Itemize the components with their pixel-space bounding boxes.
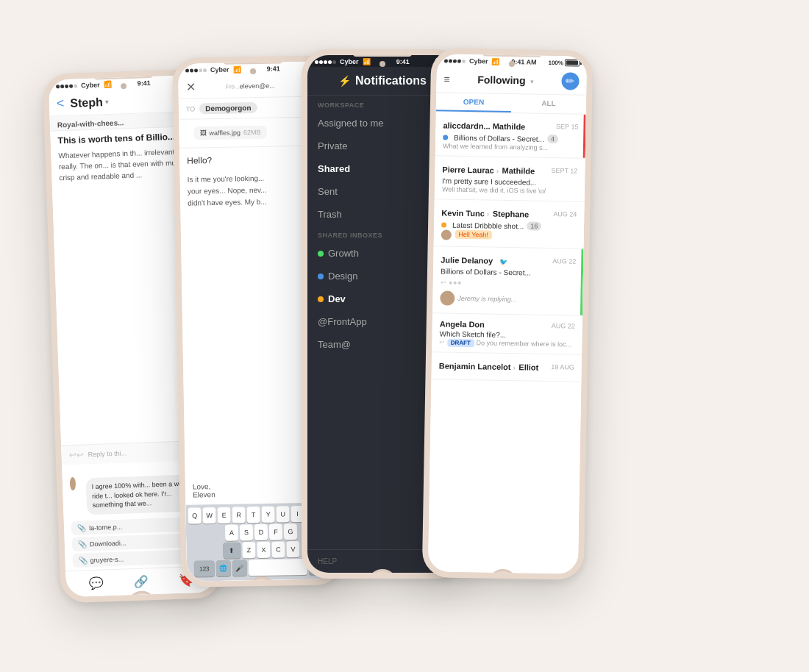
inbox-date: AUG 22	[552, 322, 575, 330]
arrow-icon: ›	[496, 167, 499, 175]
table-row[interactable]: Benjamin Lancelot › Elliot 19 AUG	[431, 352, 582, 382]
key-123[interactable]: 123	[194, 560, 215, 576]
wifi-icon: 📶	[363, 58, 371, 65]
key-u[interactable]: U	[276, 506, 289, 522]
signal-dot	[457, 59, 461, 62]
signal-dot	[56, 85, 60, 88]
close-button[interactable]: ✕	[185, 79, 195, 93]
phone2-time: 9:41	[267, 65, 280, 72]
key-a[interactable]: A	[225, 524, 238, 540]
twitter-icon: 🐦	[499, 258, 507, 265]
table-row[interactable]: Pierre Laurac › Mathilde SEPT 12 I'm pre…	[435, 156, 585, 202]
lightning-icon: ⚡	[338, 75, 351, 87]
phone4-carrier: Cyber	[469, 57, 488, 65]
key-y[interactable]: Y	[261, 507, 274, 523]
key-g[interactable]: G	[284, 523, 297, 540]
inbox-mention: Stephane	[493, 210, 530, 219]
row-top: Angela Don AUG 22	[440, 319, 575, 330]
avatar	[440, 290, 455, 305]
inbox-date: 19 AUG	[551, 363, 574, 371]
key-space[interactable]	[249, 559, 307, 576]
key-c[interactable]: C	[271, 541, 285, 557]
key-mic[interactable]: 🎤	[232, 560, 247, 576]
phone2-carrier: Cyber	[210, 66, 229, 74]
key-s[interactable]: S	[240, 524, 253, 540]
inbox-sender: aliccdardn...	[443, 121, 492, 130]
signal-dot	[194, 68, 198, 72]
row-top: Julie Delanoy 🐦 AUG 22	[441, 252, 576, 268]
table-row[interactable]: Julie Delanoy 🐦 AUG 22 Billions of Dolla…	[432, 246, 584, 316]
inbox-title-group: Following ▾	[477, 73, 534, 87]
key-r[interactable]: R	[232, 507, 245, 523]
tab-open[interactable]: OPEN	[436, 93, 511, 112]
unread-indicator	[441, 222, 446, 227]
wifi-icon: 📶	[103, 81, 111, 88]
typing-dot	[458, 282, 461, 285]
key-d[interactable]: D	[254, 524, 268, 540]
signal-dot	[453, 59, 457, 62]
phone1-signal: Cyber 📶	[56, 81, 112, 90]
comment-icon[interactable]: 💬	[88, 576, 104, 591]
typing-text: is replying...	[481, 295, 516, 303]
reply-icon: ↩	[439, 338, 445, 346]
phone3-speaker	[379, 61, 385, 67]
recipient-chip[interactable]: Demogorgon	[199, 102, 257, 114]
reply-icon: ↩↩	[68, 450, 83, 461]
priority-bar	[580, 249, 584, 315]
attachment-name: gruyere-s...	[90, 555, 124, 564]
phone1-time: 9:41	[138, 79, 151, 87]
menu-icon[interactable]: ≡	[443, 73, 449, 85]
link-icon[interactable]: 🔗	[133, 574, 149, 589]
sender-area: Kevin Tunc › Stephane	[441, 205, 529, 220]
table-row[interactable]: Angela Don AUG 22 Which Sketch file?... …	[432, 313, 582, 355]
image-icon: 🖼	[199, 129, 206, 137]
file-icon: 📎	[78, 556, 87, 564]
compose-from: Fro...eleven@e...	[226, 82, 275, 90]
key-e[interactable]: E	[217, 507, 230, 523]
sender-area: Pierre Laurac › Mathilde	[442, 162, 535, 176]
compose-button[interactable]: ✏	[561, 72, 579, 90]
typing-dot	[454, 282, 457, 285]
pencil-icon: ✏	[566, 75, 574, 87]
key-x[interactable]: X	[257, 542, 270, 558]
help-link[interactable]: HELP	[318, 557, 337, 565]
attachment-size: 62MB	[243, 129, 261, 136]
signal-dot	[444, 59, 448, 62]
battery-icon	[565, 59, 580, 66]
tab-all[interactable]: ALL	[511, 94, 586, 114]
avatar	[441, 229, 452, 240]
growth-dot	[318, 251, 324, 257]
key-t[interactable]: T	[246, 507, 260, 523]
phone2-speaker	[250, 68, 256, 74]
file-icon: 📎	[77, 523, 86, 532]
phone1-title: Steph	[70, 96, 103, 110]
priority-bar	[583, 115, 586, 158]
sender-area: Benjamin Lancelot › Elliot	[439, 358, 539, 373]
inbox-title: Following	[477, 74, 526, 86]
table-row[interactable]: aliccdardn... Mathilde SEP 15 Billions o…	[435, 112, 586, 159]
signal-dot	[328, 60, 332, 64]
key-v[interactable]: V	[286, 541, 299, 557]
phone4-screen: ≡ Following ▾ ✏ OPEN ALL	[428, 65, 587, 573]
key-globe[interactable]: 🌐	[216, 560, 231, 576]
inbox-date: SEPT 12	[551, 167, 577, 175]
attachment-compose: 🖼 waffles.jpg 62MB	[193, 126, 266, 140]
back-button[interactable]: <	[57, 96, 65, 111]
to-label: TO	[186, 105, 196, 112]
key-w[interactable]: W	[202, 507, 215, 523]
signal-dot	[315, 60, 318, 64]
key-f[interactable]: F	[269, 523, 282, 540]
notifications-title: Notifications	[355, 74, 427, 87]
key-z[interactable]: Z	[242, 542, 255, 558]
attachment-name: Downloadi...	[90, 539, 126, 548]
reply-icon: ↩	[441, 279, 446, 286]
signal-dot	[449, 59, 452, 62]
key-q[interactable]: Q	[188, 507, 201, 523]
table-row[interactable]: Kevin Tunc › Stephane AUG 24 Latest Drib…	[434, 199, 585, 249]
draft-badge: DRAFT	[447, 339, 474, 348]
key-shift[interactable]: ⬆	[223, 542, 240, 558]
phones-container: Cyber 📶 9:41 < Steph ▾ Royal-with-chees.…	[37, 35, 772, 637]
phone3-signal: Cyber 📶	[315, 58, 371, 65]
inbox-mention: Elliot	[518, 362, 538, 371]
phone4-signal: Cyber 📶	[444, 57, 500, 65]
